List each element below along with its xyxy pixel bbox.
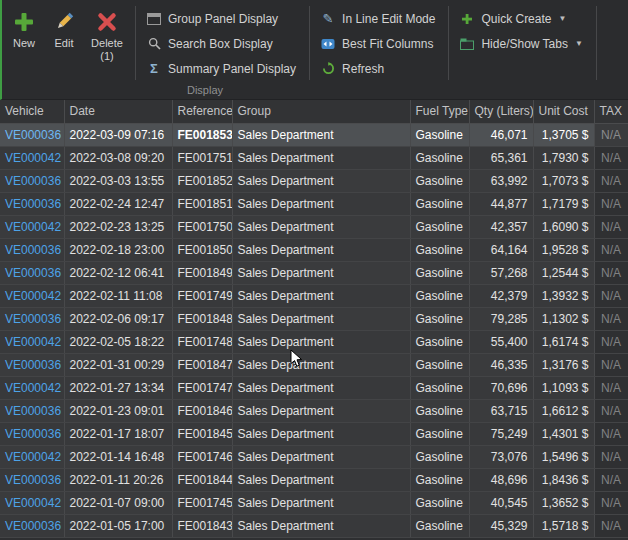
tax-cell[interactable]: N/A	[594, 422, 628, 445]
column-header-fuel-type[interactable]: Fuel Type	[410, 100, 469, 123]
qty-cell[interactable]: 63,715	[469, 399, 533, 422]
date-cell[interactable]: 2022-01-14 16:48	[64, 445, 172, 468]
qty-cell[interactable]: 46,071	[469, 123, 533, 146]
qty-cell[interactable]: 57,268	[469, 261, 533, 284]
tax-cell[interactable]: N/A	[594, 169, 628, 192]
column-header-vehicle[interactable]: Vehicle	[0, 100, 64, 123]
column-header-group[interactable]: Group	[232, 100, 410, 123]
fuel-type-cell[interactable]: Gasoline	[410, 399, 469, 422]
column-header-tax[interactable]: TAX	[594, 100, 628, 123]
unit-cost-cell[interactable]: 1,3932 $	[533, 284, 594, 307]
reference-cell[interactable]: FE001850	[172, 238, 232, 261]
fuel-type-cell[interactable]: Gasoline	[410, 123, 469, 146]
tax-cell[interactable]: N/A	[594, 215, 628, 238]
qty-cell[interactable]: 64,164	[469, 238, 533, 261]
fuel-type-cell[interactable]: Gasoline	[410, 215, 469, 238]
qty-cell[interactable]: 65,361	[469, 146, 533, 169]
vehicle-link[interactable]: VE000042	[0, 376, 64, 399]
fuel-type-cell[interactable]: Gasoline	[410, 284, 469, 307]
group-cell[interactable]: Sales Department	[232, 422, 410, 445]
group-cell[interactable]: Sales Department	[232, 399, 410, 422]
vehicle-link[interactable]: VE000036	[0, 399, 64, 422]
vehicle-link[interactable]: VE000042	[0, 215, 64, 238]
vehicle-link[interactable]: VE000036	[0, 123, 64, 146]
column-header-reference[interactable]: Reference	[172, 100, 232, 123]
date-cell[interactable]: 2022-02-05 18:22	[64, 330, 172, 353]
reference-cell[interactable]: FE001749	[172, 284, 232, 307]
tax-cell[interactable]: N/A	[594, 238, 628, 261]
qty-cell[interactable]: 73,076	[469, 445, 533, 468]
reference-cell[interactable]: FE001847	[172, 353, 232, 376]
vehicle-link[interactable]: VE000036	[0, 192, 64, 215]
reference-cell[interactable]: FE001746	[172, 445, 232, 468]
unit-cost-cell[interactable]: 1,5496 $	[533, 445, 594, 468]
qty-cell[interactable]: 42,379	[469, 284, 533, 307]
summary-panel-display-button[interactable]: Σ Summary Panel Display	[141, 56, 304, 81]
qty-cell[interactable]: 45,329	[469, 514, 533, 537]
reference-cell[interactable]: FE001843	[172, 514, 232, 537]
fuel-type-cell[interactable]: Gasoline	[410, 514, 469, 537]
fuel-type-cell[interactable]: Gasoline	[410, 422, 469, 445]
group-cell[interactable]: Sales Department	[232, 261, 410, 284]
fuel-type-cell[interactable]: Gasoline	[410, 169, 469, 192]
unit-cost-cell[interactable]: 1,5718 $	[533, 514, 594, 537]
vehicle-link[interactable]: VE000042	[0, 330, 64, 353]
group-cell[interactable]: Sales Department	[232, 330, 410, 353]
tax-cell[interactable]: N/A	[594, 491, 628, 514]
vehicle-link[interactable]: VE000036	[0, 261, 64, 284]
tax-cell[interactable]: N/A	[594, 123, 628, 146]
grid-row[interactable]: VE0000362022-02-24 12:47FE001851Sales De…	[0, 192, 628, 215]
reference-cell[interactable]: FE001844	[172, 468, 232, 491]
tax-cell[interactable]: N/A	[594, 261, 628, 284]
reference-cell[interactable]: FE001747	[172, 376, 232, 399]
unit-cost-cell[interactable]: 1,2544 $	[533, 261, 594, 284]
reference-cell[interactable]: FE001846	[172, 399, 232, 422]
grid-row[interactable]: VE0000422022-01-07 09:00FE001745Sales De…	[0, 491, 628, 514]
tax-cell[interactable]: N/A	[594, 330, 628, 353]
group-cell[interactable]: Sales Department	[232, 284, 410, 307]
qty-cell[interactable]: 42,357	[469, 215, 533, 238]
grid-row[interactable]: VE0000362022-02-06 09:17FE001848Sales De…	[0, 307, 628, 330]
unit-cost-cell[interactable]: 1,7930 $	[533, 146, 594, 169]
grid-row[interactable]: VE0000422022-02-11 11:08FE001749Sales De…	[0, 284, 628, 307]
unit-cost-cell[interactable]: 1,8436 $	[533, 468, 594, 491]
qty-cell[interactable]: 55,400	[469, 330, 533, 353]
column-header-date[interactable]: Date	[64, 100, 172, 123]
unit-cost-cell[interactable]: 1,1302 $	[533, 307, 594, 330]
reference-cell[interactable]: FE001853	[172, 123, 232, 146]
fuel-type-cell[interactable]: Gasoline	[410, 192, 469, 215]
tax-cell[interactable]: N/A	[594, 284, 628, 307]
vehicle-link[interactable]: VE000036	[0, 468, 64, 491]
date-cell[interactable]: 2022-01-31 00:29	[64, 353, 172, 376]
grid-row[interactable]: VE0000362022-02-18 23:00FE001850Sales De…	[0, 238, 628, 261]
date-cell[interactable]: 2022-02-24 12:47	[64, 192, 172, 215]
fuel-type-cell[interactable]: Gasoline	[410, 353, 469, 376]
grid-row[interactable]: VE0000422022-01-27 13:34FE001747Sales De…	[0, 376, 628, 399]
tax-cell[interactable]: N/A	[594, 399, 628, 422]
reference-cell[interactable]: FE001750	[172, 215, 232, 238]
group-cell[interactable]: Sales Department	[232, 146, 410, 169]
fuel-type-cell[interactable]: Gasoline	[410, 491, 469, 514]
grid-row[interactable]: VE0000362022-02-12 06:41FE001849Sales De…	[0, 261, 628, 284]
date-cell[interactable]: 2022-01-11 20:26	[64, 468, 172, 491]
group-cell[interactable]: Sales Department	[232, 514, 410, 537]
reference-cell[interactable]: FE001745	[172, 491, 232, 514]
date-cell[interactable]: 2022-03-03 13:55	[64, 169, 172, 192]
vehicle-link[interactable]: VE000036	[0, 422, 64, 445]
grid-row[interactable]: VE0000362022-01-23 09:01FE001846Sales De…	[0, 399, 628, 422]
tax-cell[interactable]: N/A	[594, 514, 628, 537]
grid-row[interactable]: VE0000362022-01-05 17:00FE001843Sales De…	[0, 514, 628, 537]
qty-cell[interactable]: 44,877	[469, 192, 533, 215]
unit-cost-cell[interactable]: 1,7179 $	[533, 192, 594, 215]
unit-cost-cell[interactable]: 1,3652 $	[533, 491, 594, 514]
unit-cost-cell[interactable]: 1,4301 $	[533, 422, 594, 445]
qty-cell[interactable]: 70,696	[469, 376, 533, 399]
group-cell[interactable]: Sales Department	[232, 353, 410, 376]
group-cell[interactable]: Sales Department	[232, 192, 410, 215]
refresh-button[interactable]: Refresh	[315, 56, 443, 81]
reference-cell[interactable]: FE001848	[172, 307, 232, 330]
search-box-display-button[interactable]: Search Box Display	[141, 31, 304, 56]
reference-cell[interactable]: FE001852	[172, 169, 232, 192]
grid-row[interactable]: VE0000362022-01-11 20:26FE001844Sales De…	[0, 468, 628, 491]
tax-cell[interactable]: N/A	[594, 192, 628, 215]
